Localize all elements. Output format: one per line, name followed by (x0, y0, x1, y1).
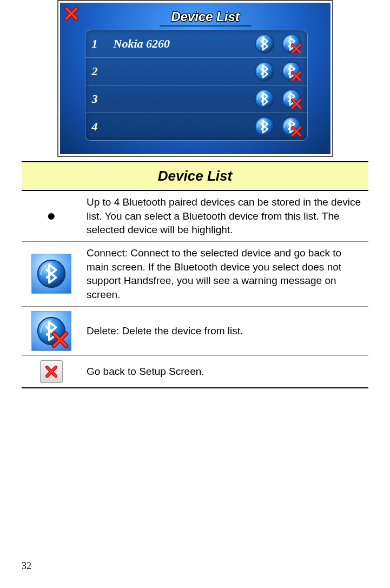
device-list-panel: 1 Nokia 6260 2 (85, 30, 308, 141)
device-row-4[interactable]: 4 (85, 113, 307, 140)
close-button[interactable] (62, 4, 81, 23)
table-row: Connect: Connect to the selected device … (22, 242, 368, 307)
table-row: ● Up to 4 Bluetooth paired devices can b… (22, 190, 368, 241)
legend-text: Connect: Connect to the selected device … (81, 242, 368, 307)
bluetooth-connect-icon[interactable] (254, 34, 275, 54)
device-row-2[interactable]: 2 (85, 58, 307, 85)
bluetooth-delete-icon[interactable] (281, 89, 302, 109)
legend-text: Go back to Setup Screen. (81, 355, 368, 388)
bluetooth-connect-icon (31, 254, 71, 294)
device-row-3[interactable]: 3 (85, 85, 307, 113)
table-row: Delete: Delete the device from list. (22, 306, 368, 355)
device-row-1[interactable]: 1 Nokia 6260 (85, 30, 307, 58)
legend-table: Device List ● Up to 4 Bluetooth paired d… (22, 161, 368, 388)
row-number: 1 (85, 37, 108, 51)
screen-title-bar: Device List (87, 7, 324, 27)
bluetooth-connect-icon[interactable] (254, 89, 275, 109)
device-screenshot: Device List 1 Nokia 6260 (57, 0, 333, 157)
row-number: 2 (85, 64, 108, 78)
row-number: 3 (85, 92, 108, 106)
close-icon (40, 360, 63, 383)
bluetooth-delete-icon (31, 311, 71, 351)
bluetooth-delete-icon[interactable] (281, 116, 302, 137)
row-number: 4 (85, 120, 108, 134)
table-row: Go back to Setup Screen. (22, 355, 368, 388)
legend-text: Up to 4 Bluetooth paired devices can be … (81, 190, 368, 241)
close-icon (63, 5, 80, 22)
bluetooth-connect-icon[interactable] (254, 116, 275, 137)
bluetooth-connect-icon[interactable] (254, 61, 275, 82)
bluetooth-delete-icon[interactable] (281, 61, 302, 82)
legend-text: Delete: Delete the device from list. (81, 306, 368, 355)
page-number: 32 (22, 560, 31, 572)
screen-title: Device List (171, 9, 240, 24)
table-header: Device List (22, 162, 368, 190)
bluetooth-delete-icon[interactable] (281, 34, 302, 54)
bullet-icon: ● (47, 207, 56, 224)
device-name: Nokia 6260 (108, 37, 254, 51)
